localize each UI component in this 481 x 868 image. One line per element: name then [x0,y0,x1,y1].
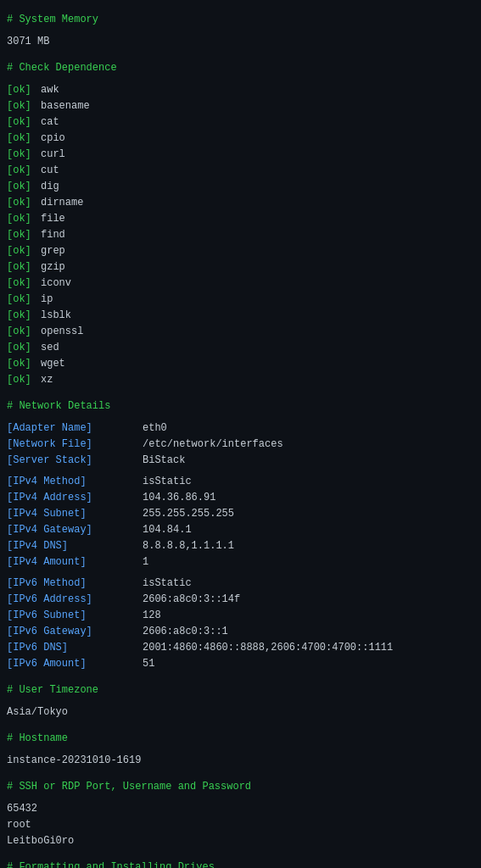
network-kv-row: [Network File] /etc/network/interfaces [7,437,474,452]
kv-val: 255.255.255.255 [143,506,234,521]
kv-val: /etc/network/interfaces [143,437,283,452]
kv-val: 51 [143,656,154,671]
ipv4-kv-row: [IPv4 Amount] 1 [7,554,474,570]
dep-row: [ok]file [7,211,474,226]
dep-name: cut [32,163,59,178]
kv-val: 8.8.8.8,1.1.1.1 [143,538,234,554]
dep-row: [ok]gzip [7,259,474,275]
ssh-pass: LeitboGi0ro [7,833,474,849]
ipv6-kv-row: [IPv6 Method] isStatic [7,576,474,591]
hostname-header: # Hostname [7,731,474,746]
dep-row: [ok]sed [7,340,474,355]
dep-ok-bracket: [ok] [7,131,32,146]
dep-name: cpio [32,131,65,146]
ssh-header: # SSH or RDP Port, Username and Password [7,779,474,794]
dep-row: [ok]ip [7,292,474,307]
dep-ok-bracket: [ok] [7,308,32,323]
dep-name: ip [32,292,53,307]
kv-key: [IPv6 Address] [7,592,143,607]
kv-val: isStatic [143,576,192,591]
dep-ok-bracket: [ok] [7,243,32,259]
kv-val: 2606:a8c0:3::14f [143,592,240,607]
kv-key: [IPv6 Gateway] [7,624,143,639]
kv-key: [IPv6 Method] [7,576,143,591]
kv-key: [IPv4 Amount] [7,554,143,570]
dep-name: wget [32,356,65,371]
dep-name: sed [32,340,59,355]
ipv6-kv-row: [IPv6 Gateway] 2606:a8c0:3::1 [7,624,474,639]
network-details-header: # Network Details [7,398,474,414]
check-dependence-header: # Check Dependence [7,60,474,75]
timezone-value: Asia/Tokyo [7,704,474,720]
ipv4-kv-list: [IPv4 Method] isStatic[IPv4 Address] 104… [7,474,474,570]
dep-ok-bracket: [ok] [7,82,32,97]
dep-ok-bracket: [ok] [7,179,32,194]
dependencies-list: [ok]awk[ok]basename[ok]cat[ok]cpio[ok]cu… [7,82,474,387]
dep-name: dig [32,179,59,194]
dep-row: [ok]xz [7,372,474,387]
dep-name: lsblk [32,308,71,323]
hostname-value: instance-20231010-1619 [7,753,474,768]
kv-key: [IPv4 Address] [7,490,143,505]
ipv4-kv-row: [IPv4 Gateway] 104.84.1 [7,522,474,537]
ipv4-kv-row: [IPv4 Subnet] 255.255.255.255 [7,506,474,521]
dep-ok-bracket: [ok] [7,259,32,275]
kv-val: 104.84.1 [143,522,192,537]
dep-row: [ok]dirname [7,195,474,210]
dep-ok-bracket: [ok] [7,163,32,178]
dep-name: xz [32,372,53,387]
kv-val: 2001:4860:4860::8888,2606:4700:4700::111… [143,640,393,655]
formatting-header: # Formatting and Installing Drives [7,860,474,868]
dep-ok-bracket: [ok] [7,114,32,130]
ipv4-kv-row: [IPv4 DNS] 8.8.8.8,1.1.1.1 [7,538,474,554]
dep-name: curl [32,147,65,162]
dep-ok-bracket: [ok] [7,195,32,210]
dep-ok-bracket: [ok] [7,356,32,371]
dep-name: find [32,227,65,242]
dep-name: gzip [32,259,65,275]
dep-row: [ok]wget [7,356,474,371]
ssh-user: root [7,817,474,832]
ipv4-kv-row: [IPv4 Method] isStatic [7,474,474,489]
ipv6-kv-row: [IPv6 Address] 2606:a8c0:3::14f [7,592,474,607]
kv-key: [IPv6 Subnet] [7,608,143,623]
dep-name: cat [32,114,59,130]
kv-key: [Network File] [7,437,143,452]
dep-row: [ok]cpio [7,131,474,146]
dep-name: grep [32,243,65,259]
dep-name: iconv [32,275,71,291]
ipv6-kv-list: [IPv6 Method] isStatic[IPv6 Address] 260… [7,576,474,671]
kv-val: 2606:a8c0:3::1 [143,624,228,639]
kv-key: [IPv4 Method] [7,474,143,489]
network-kv-list: [Adapter Name] eth0[Network File] /etc/n… [7,420,474,468]
dep-row: [ok]find [7,227,474,242]
dep-row: [ok]curl [7,147,474,162]
timezone-header: # User Timezone [7,682,474,698]
kv-key: [IPv6 DNS] [7,640,143,655]
dep-row: [ok]openssl [7,324,474,339]
kv-key: [IPv6 Amount] [7,656,143,671]
dep-ok-bracket: [ok] [7,147,32,162]
dep-ok-bracket: [ok] [7,227,32,242]
kv-val: isStatic [143,474,192,489]
ipv6-kv-row: [IPv6 Subnet] 128 [7,608,474,623]
ipv6-kv-row: [IPv6 Amount] 51 [7,656,474,671]
dep-name: dirname [32,195,83,210]
kv-key: [Adapter Name] [7,420,143,436]
network-kv-row: [Server Stack] BiStack [7,453,474,468]
dep-ok-bracket: [ok] [7,324,32,339]
dep-name: awk [32,82,59,97]
dep-row: [ok]iconv [7,275,474,291]
dep-ok-bracket: [ok] [7,292,32,307]
system-memory-value: 3071 MB [7,34,474,49]
dep-row: [ok]grep [7,243,474,259]
dep-ok-bracket: [ok] [7,275,32,291]
dep-name: basename [32,98,90,114]
kv-val: 1 [143,554,148,570]
dep-row: [ok]awk [7,82,474,97]
dep-ok-bracket: [ok] [7,98,32,114]
kv-key: [Server Stack] [7,453,143,468]
dep-name: file [32,211,65,226]
kv-val: BiStack [143,453,185,468]
dep-name: openssl [32,324,83,339]
